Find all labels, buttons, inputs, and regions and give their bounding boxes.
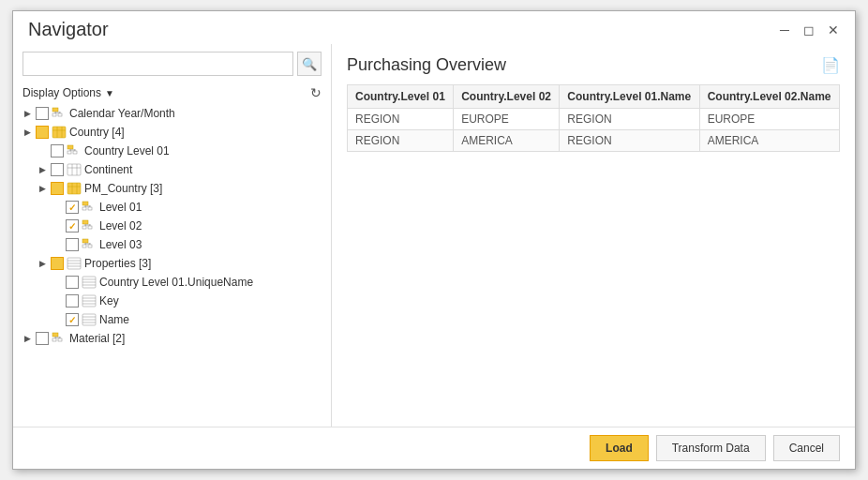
table-row: REGIONAMERICAREGIONAMERICA (348, 130, 840, 152)
checkbox-key[interactable] (66, 294, 79, 308)
expand-icon-key[interactable] (51, 294, 64, 308)
dialog-title: Navigator (28, 19, 109, 40)
checkbox-material[interactable] (36, 332, 49, 345)
cancel-button[interactable]: Cancel (773, 435, 840, 461)
minimize-button[interactable]: ─ (774, 20, 795, 40)
close-button[interactable]: ✕ (823, 20, 844, 40)
tree-item-continent[interactable]: ▶ Continent (13, 160, 331, 179)
tree-label-pm-country: PM_Country [3] (84, 182, 162, 195)
table-cell: AMERICA (699, 130, 839, 152)
tree-inner[interactable]: ▶ Calendar Year/Month▶ Country [4] Cou (13, 104, 331, 427)
title-controls: ─ ◻ ✕ (774, 20, 844, 40)
preview-action-icon[interactable]: 📄 (821, 56, 840, 74)
column-header: Country.Level 02 (454, 85, 560, 109)
tree-item-calendar[interactable]: ▶ Calendar Year/Month (13, 104, 331, 123)
checkbox-level03[interactable] (66, 238, 79, 251)
expand-icon-level03[interactable] (51, 238, 64, 251)
tree-label-country: Country [4] (69, 126, 125, 139)
hierarchy-icon (52, 106, 67, 121)
table-flat-icon (82, 293, 97, 308)
checkbox-cl01-unique[interactable] (66, 276, 79, 289)
expand-icon-name[interactable] (51, 313, 64, 326)
tree-item-country[interactable]: ▶ Country [4] (13, 123, 331, 142)
table-cell: REGION (560, 130, 699, 152)
table-group-icon (67, 181, 82, 196)
svg-rect-31 (82, 226, 86, 229)
column-header: Country.Level 02.Name (699, 85, 839, 109)
table-cell: AMERICA (454, 130, 560, 152)
svg-rect-58 (52, 333, 58, 337)
checkbox-level01[interactable]: ✓ (66, 201, 79, 214)
svg-rect-32 (88, 226, 92, 229)
tree-item-country-level01[interactable]: Country Level 01 (13, 142, 331, 160)
svg-rect-36 (82, 239, 88, 243)
tree-label-level03: Level 03 (99, 238, 142, 251)
checkbox-country[interactable] (36, 126, 49, 139)
expand-icon-level02[interactable] (51, 219, 64, 232)
search-input[interactable] (22, 52, 293, 76)
display-options-toggle[interactable]: Display Options ▼ ↻ (13, 83, 331, 104)
svg-rect-16 (67, 164, 81, 175)
table-cell: EUROPE (454, 109, 560, 130)
tree-item-name[interactable]: ✓ Name (13, 310, 331, 329)
expand-icon-cl01-unique[interactable] (51, 276, 64, 289)
navigator-dialog: Navigator ─ ◻ ✕ 🔍 Display Options ▼ ↻ (12, 10, 856, 470)
expand-icon-country-level01[interactable] (36, 144, 49, 158)
tree-label-level01: Level 01 (99, 201, 142, 214)
checkbox-name[interactable]: ✓ (66, 313, 79, 326)
svg-rect-1 (52, 113, 56, 116)
table-flat-icon (82, 312, 97, 327)
svg-rect-20 (67, 183, 81, 194)
tree-item-pm-country[interactable]: ▶ PM_Country [3] (13, 179, 331, 198)
tree-item-key[interactable]: Key (13, 292, 331, 310)
svg-rect-38 (88, 245, 92, 248)
search-bar: 🔍 (13, 44, 331, 83)
tree-label-key: Key (99, 294, 119, 308)
checkbox-calendar[interactable] (36, 107, 49, 120)
svg-rect-11 (67, 151, 71, 154)
display-options-arrow-icon: ▼ (105, 88, 114, 98)
hierarchy-icon (67, 143, 82, 158)
display-options-label: Display Options (22, 86, 101, 99)
tree-label-continent: Continent (84, 163, 132, 176)
tree-item-level02[interactable]: ✓ Level 02 (13, 217, 331, 235)
tree-item-level03[interactable]: Level 03 (13, 235, 331, 254)
expand-icon-calendar[interactable]: ▶ (21, 107, 34, 120)
tree-item-level01[interactable]: ✓ Level 01 (13, 198, 331, 217)
right-panel: Purchasing Overview 📄 Country.Level 01Co… (332, 44, 855, 427)
tree-label-cl01-unique: Country Level 01.UniqueName (99, 276, 253, 289)
tree-label-calendar: Calendar Year/Month (69, 107, 175, 120)
checkbox-properties[interactable] (51, 257, 64, 270)
column-header: Country.Level 01.Name (560, 85, 699, 109)
svg-rect-10 (67, 145, 73, 149)
content-area: 🔍 Display Options ▼ ↻ ▶ Calendar Yea (13, 44, 855, 427)
tree-label-material: Material [2] (69, 332, 125, 345)
search-button[interactable]: 🔍 (297, 52, 322, 76)
refresh-icon[interactable]: ↻ (310, 85, 322, 100)
checkbox-country-level01[interactable] (51, 144, 64, 158)
expand-icon-material[interactable]: ▶ (21, 332, 34, 345)
expand-icon-pm-country[interactable]: ▶ (36, 182, 49, 195)
expand-icon-level01[interactable] (51, 201, 64, 214)
left-panel: 🔍 Display Options ▼ ↻ ▶ Calendar Yea (13, 44, 332, 427)
svg-rect-24 (82, 202, 88, 205)
svg-rect-26 (88, 207, 92, 210)
load-button[interactable]: Load (590, 435, 649, 461)
table-cell: EUROPE (699, 109, 839, 130)
hierarchy-icon (82, 218, 97, 233)
expand-icon-continent[interactable]: ▶ (36, 163, 49, 176)
expand-icon-properties[interactable]: ▶ (36, 257, 49, 270)
svg-rect-59 (52, 338, 56, 341)
transform-data-button[interactable]: Transform Data (656, 435, 766, 461)
checkbox-continent[interactable] (51, 163, 64, 176)
checkbox-pm-country[interactable] (51, 182, 64, 195)
tree-item-cl01-unique[interactable]: Country Level 01.UniqueName (13, 273, 331, 292)
maximize-button[interactable]: ◻ (799, 20, 819, 40)
checkbox-level02[interactable]: ✓ (66, 219, 79, 232)
table-cell: REGION (348, 130, 454, 152)
data-table: Country.Level 01Country.Level 02Country.… (347, 84, 840, 152)
table-flat-icon (67, 256, 82, 271)
tree-item-material[interactable]: ▶ Material [2] (13, 329, 331, 348)
tree-item-properties[interactable]: ▶ Properties [3] (13, 254, 331, 273)
expand-icon-country[interactable]: ▶ (21, 126, 34, 139)
